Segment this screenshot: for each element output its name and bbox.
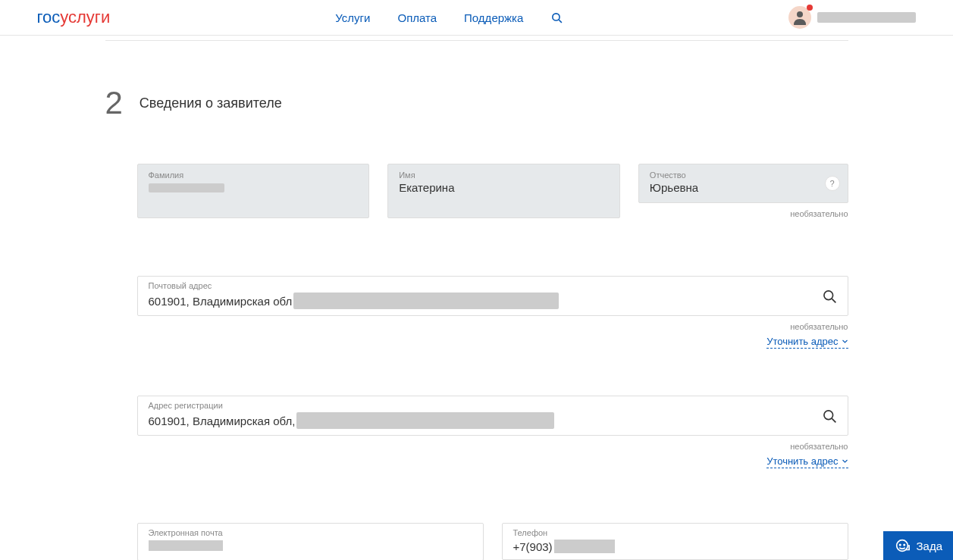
headset-icon — [894, 537, 911, 554]
notification-dot-icon — [807, 5, 813, 11]
search-icon[interactable] — [550, 11, 563, 24]
postal-address-input[interactable]: Почтовый адрес 601901, Владимирская обл — [137, 276, 848, 316]
step-header: 2 Сведения о заявителе — [105, 85, 848, 121]
reg-refine-link[interactable]: Уточнить адрес — [766, 455, 848, 468]
logo[interactable]: госуслуги — [37, 8, 111, 27]
patronymic-label: Отчество — [650, 171, 837, 180]
email-value-redacted — [149, 540, 223, 551]
search-icon[interactable] — [822, 289, 837, 304]
logo-text-1: гос — [37, 8, 61, 27]
site-header: госуслуги Услуги Оплата Поддержка — [0, 0, 953, 36]
postal-optional: необязательно — [790, 322, 848, 331]
svg-point-9 — [904, 544, 904, 545]
svg-point-2 — [797, 11, 803, 17]
email-input[interactable]: Электронная почта — [137, 523, 484, 560]
step-title: Сведения о заявителе — [140, 95, 282, 111]
reg-optional: необязательно — [790, 442, 848, 451]
nav-services[interactable]: Услуги — [335, 11, 370, 24]
svg-point-8 — [899, 544, 900, 545]
reg-address-input[interactable]: Адрес регистрации 601901, Владимирская о… — [137, 396, 848, 436]
surname-label: Фамилия — [149, 171, 359, 180]
chevron-down-icon — [842, 338, 848, 345]
surname-field: Фамилия — [137, 164, 370, 218]
avatar[interactable] — [788, 6, 811, 29]
user-name-redacted — [817, 12, 916, 23]
logo-text-2: услуги — [60, 8, 110, 27]
postal-address-redacted — [293, 293, 559, 309]
phone-label: Телефон — [513, 528, 837, 537]
step-number: 2 — [105, 85, 123, 121]
patronymic-value: Юрьевна — [650, 181, 837, 194]
patronymic-field: Отчество Юрьевна ? — [638, 164, 848, 203]
chat-widget[interactable]: Зада — [883, 531, 954, 560]
main-nav: Услуги Оплата Поддержка — [335, 11, 563, 24]
nav-payment[interactable]: Оплата — [397, 11, 437, 24]
help-icon[interactable]: ? — [825, 176, 840, 191]
reg-address-label: Адрес регистрации — [149, 401, 810, 410]
phone-value-redacted — [554, 540, 615, 553]
patronymic-optional: необязательно — [638, 209, 848, 218]
user-area[interactable] — [788, 6, 916, 29]
search-icon[interactable] — [822, 408, 837, 424]
nav-support[interactable]: Поддержка — [464, 11, 523, 24]
svg-point-5 — [823, 410, 832, 419]
chat-label: Зада — [917, 540, 943, 552]
name-label: Имя — [399, 171, 609, 180]
svg-point-0 — [553, 13, 560, 20]
chevron-down-icon — [842, 458, 848, 465]
phone-value: +7(903) — [513, 540, 553, 553]
svg-line-1 — [559, 19, 562, 22]
postal-refine-link[interactable]: Уточнить адрес — [766, 336, 848, 349]
phone-input[interactable]: Телефон +7(903) — [502, 523, 848, 560]
surname-value-redacted — [149, 183, 224, 192]
postal-address-value: 601901, Владимирская обл — [149, 295, 293, 308]
name-field: Имя Екатерина — [387, 164, 620, 218]
reg-address-value: 601901, Владимирская обл, — [149, 415, 296, 427]
name-value: Екатерина — [399, 181, 609, 194]
reg-refine-text: Уточнить адрес — [766, 455, 838, 467]
postal-refine-text: Уточнить адрес — [766, 336, 838, 347]
email-label: Электронная почта — [149, 528, 472, 537]
postal-address-label: Почтовый адрес — [149, 281, 810, 290]
svg-line-4 — [832, 299, 835, 302]
svg-point-3 — [823, 290, 832, 299]
reg-address-redacted — [296, 412, 554, 429]
svg-line-6 — [832, 418, 835, 422]
top-divider — [105, 40, 848, 41]
